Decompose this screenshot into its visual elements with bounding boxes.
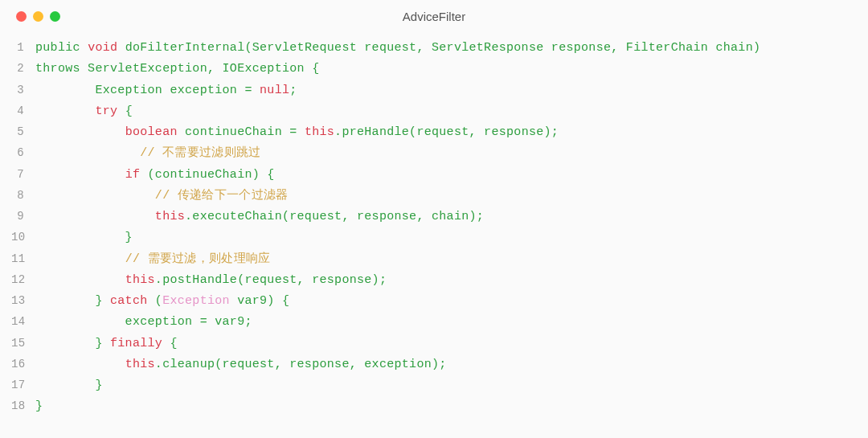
code-content[interactable]: // 不需要过滤则跳过	[35, 143, 852, 164]
code-line[interactable]: 17 }	[11, 375, 852, 396]
code-content[interactable]: throws ServletException, IOException {	[35, 59, 852, 80]
code-token: (	[148, 294, 163, 308]
editor-window: AdviceFilter 1public void doFilterIntern…	[0, 0, 868, 438]
code-token: // 传递给下一个过滤器	[155, 189, 289, 203]
line-number: 10	[11, 227, 35, 248]
code-token: public	[35, 41, 88, 55]
code-token	[35, 104, 95, 118]
code-token: this	[305, 125, 334, 139]
code-token: void	[88, 41, 117, 55]
code-token: }	[35, 231, 133, 244]
code-content[interactable]: } catch (Exception var9) {	[35, 291, 852, 312]
code-token: .executeChain(request, response, chain);	[185, 210, 484, 223]
maximize-icon[interactable]	[50, 11, 60, 22]
code-content[interactable]: // 传递给下一个过滤器	[35, 186, 852, 207]
code-token: {	[162, 337, 178, 350]
code-content[interactable]: }	[35, 227, 852, 248]
code-line[interactable]: 12 this.postHandle(request, response);	[11, 270, 852, 291]
code-token: if	[125, 168, 141, 182]
code-content[interactable]: this.postHandle(request, response);	[35, 270, 852, 291]
code-token: continueChain =	[178, 125, 305, 139]
code-token: null	[260, 84, 289, 97]
line-number: 16	[11, 354, 35, 375]
line-number: 7	[11, 165, 35, 186]
code-token: ServletException, IOException {	[80, 62, 320, 76]
code-content[interactable]: boolean continueChain = this.preHandle(r…	[35, 122, 852, 143]
code-content[interactable]: }	[35, 375, 852, 396]
line-number: 3	[11, 80, 35, 101]
code-line[interactable]: 4 try {	[11, 101, 852, 122]
code-token	[35, 125, 125, 139]
code-token	[35, 358, 125, 371]
window-title: AdviceFilter	[13, 10, 855, 23]
line-number: 15	[11, 334, 35, 354]
code-line[interactable]: 13 } catch (Exception var9) {	[11, 291, 852, 312]
code-line[interactable]: 15 } finally {	[11, 334, 852, 354]
code-token: this	[125, 358, 155, 371]
code-content[interactable]: try {	[35, 101, 852, 122]
code-token: try	[95, 104, 117, 118]
close-icon[interactable]	[16, 11, 27, 22]
code-content[interactable]: }	[35, 396, 852, 417]
line-number: 8	[11, 186, 35, 207]
code-token	[35, 273, 125, 287]
line-number: 18	[11, 396, 35, 417]
code-line[interactable]: 10 }	[11, 227, 852, 248]
code-line[interactable]: 2throws ServletException, IOException {	[11, 59, 852, 80]
code-token: Exception	[162, 294, 230, 308]
code-line[interactable]: 11 // 需要过滤，则处理响应	[11, 249, 852, 270]
code-token: {	[117, 104, 133, 118]
code-line[interactable]: 9 this.executeChain(request, response, c…	[11, 207, 852, 227]
code-content[interactable]: // 需要过滤，则处理响应	[35, 249, 852, 270]
line-number: 2	[11, 59, 35, 80]
code-line[interactable]: 1public void doFilterInternal(ServletReq…	[11, 38, 852, 59]
line-number: 1	[11, 38, 35, 59]
code-line[interactable]: 5 boolean continueChain = this.preHandle…	[11, 122, 852, 143]
code-token: catch	[110, 294, 148, 308]
code-token	[35, 168, 125, 182]
line-number: 5	[11, 122, 35, 143]
code-token: doFilterInternal(ServletRequest request,…	[117, 41, 760, 55]
code-line[interactable]: 18}	[11, 396, 852, 417]
code-content[interactable]: this.executeChain(request, response, cha…	[35, 207, 852, 227]
code-token: }	[35, 337, 110, 350]
code-token	[35, 146, 140, 160]
code-line[interactable]: 14 exception = var9;	[11, 312, 852, 333]
code-token: // 不需要过滤则跳过	[140, 146, 260, 160]
line-number: 11	[11, 249, 35, 270]
code-content[interactable]: Exception exception = null;	[35, 80, 852, 101]
code-content[interactable]: } finally {	[35, 334, 852, 354]
code-token: }	[35, 399, 43, 413]
code-token: (continueChain) {	[140, 168, 274, 182]
code-line[interactable]: 16 this.cleanup(request, response, excep…	[11, 354, 852, 375]
titlebar: AdviceFilter	[0, 0, 868, 30]
line-number: 12	[11, 270, 35, 291]
code-token: }	[35, 379, 103, 392]
code-token: finally	[110, 337, 162, 350]
line-number: 14	[11, 312, 35, 333]
code-token	[35, 210, 155, 223]
code-line[interactable]: 8 // 传递给下一个过滤器	[11, 186, 852, 207]
code-token: .postHandle(request, response);	[155, 273, 387, 287]
code-token: exception = var9;	[35, 315, 252, 329]
code-token: }	[35, 294, 110, 308]
code-content[interactable]: if (continueChain) {	[35, 165, 852, 186]
minimize-icon[interactable]	[33, 11, 43, 22]
code-line[interactable]: 6 // 不需要过滤则跳过	[11, 143, 852, 164]
code-token: .preHandle(request, response);	[334, 125, 559, 139]
code-token: this	[155, 210, 185, 223]
code-token: this	[125, 273, 155, 287]
code-content[interactable]: public void doFilterInternal(ServletRequ…	[35, 38, 852, 59]
code-token: throws	[35, 62, 80, 76]
code-line[interactable]: 7 if (continueChain) {	[11, 165, 852, 186]
line-number: 4	[11, 101, 35, 122]
code-line[interactable]: 3 Exception exception = null;	[11, 80, 852, 101]
code-token	[35, 252, 125, 266]
code-token: boolean	[125, 125, 178, 139]
code-area[interactable]: 1public void doFilterInternal(ServletReq…	[0, 30, 868, 426]
code-content[interactable]: this.cleanup(request, response, exceptio…	[35, 354, 852, 375]
code-token: .cleanup(request, response, exception);	[155, 358, 447, 371]
line-number: 13	[11, 291, 35, 312]
code-token: var9) {	[230, 294, 289, 308]
code-content[interactable]: exception = var9;	[35, 312, 852, 333]
